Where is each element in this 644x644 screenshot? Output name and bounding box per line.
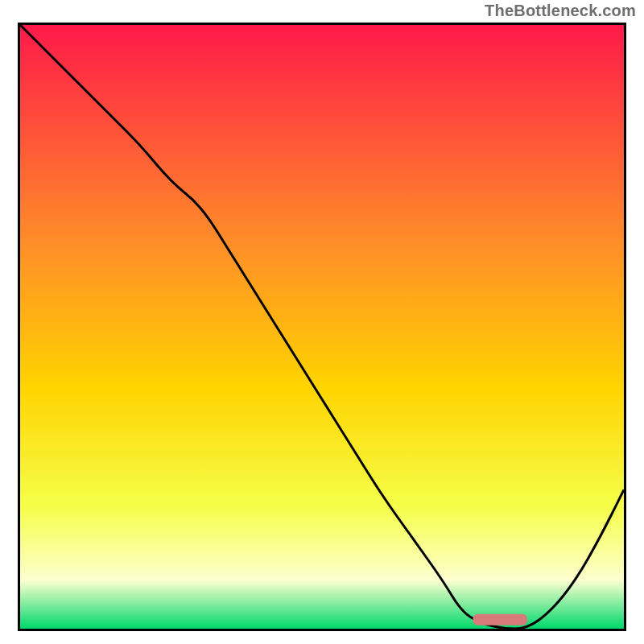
chart-frame: TheBottleneck.com [0, 0, 644, 644]
plot-area [18, 23, 626, 631]
optimal-marker [473, 614, 528, 625]
watermark-text: TheBottleneck.com [485, 2, 636, 20]
chart-svg [20, 25, 624, 629]
